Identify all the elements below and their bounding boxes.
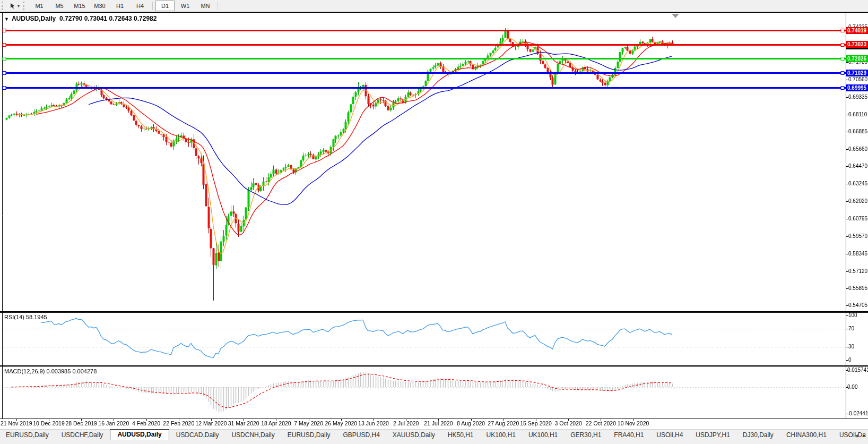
tab-scroll-left-icon[interactable]: ◂	[855, 432, 858, 439]
toolbar-grip[interactable]	[2, 2, 6, 10]
chart-header: ▼AUDUSD,Daily 0.72790 0.73041 0.72643 0.…	[4, 15, 157, 22]
timeframe-group: M1M5M15M30H1H4D1W1MN	[29, 1, 220, 11]
symbol-tab-fra40-12[interactable]: FRA40,H1	[608, 430, 649, 440]
price-tick-label: 0.66885	[848, 129, 868, 135]
symbol-tab-eurusd-5[interactable]: EURUSD,Daily	[282, 430, 336, 440]
date-tick-label: 12 Mar 2020	[196, 420, 227, 427]
timeframe-button-m15[interactable]: M15	[70, 1, 89, 11]
macd-tick-label: -0.024412	[847, 411, 867, 417]
date-tick-label: 13 Jun 2020	[358, 420, 389, 427]
date-tick-label: 7 May 2020	[294, 420, 323, 427]
hline-price-badge: 0.72026	[846, 55, 868, 62]
symbol-tab-ger30-11[interactable]: GER30,H1	[565, 430, 607, 440]
symbol-tab-usdcnh-4[interactable]: USDCNH,Daily	[225, 430, 280, 440]
price-tick-label: 0.65660	[848, 146, 868, 152]
date-tick-label: 3 Oct 2020	[555, 420, 582, 427]
price-tick-label: 0.54705	[848, 302, 868, 309]
ohlc-values: 0.72790 0.73041 0.72643 0.72982	[59, 15, 157, 22]
toolbar-separator	[152, 2, 153, 10]
symbol-tab-audusd-2[interactable]: AUDUSD,Daily	[110, 429, 169, 440]
scroll-to-end-marker[interactable]	[672, 14, 679, 18]
rsi-tick-label: 100	[848, 312, 868, 319]
date-tick-label: 27 Aug 2020	[488, 420, 519, 427]
date-tick-label: 22 Oct 2020	[586, 420, 616, 427]
application-window: ▾ M1M5M15M30H1H4D1W1MN ▼AUDUSD,Daily 0.7…	[0, 0, 868, 444]
date-tick-label: 8 Aug 2020	[457, 420, 485, 427]
date-tick-label: 31 Mar 2020	[228, 420, 259, 427]
toolbar-separator	[218, 2, 218, 10]
symbol-title: AUDUSD,Daily	[12, 15, 56, 22]
price-tick-label: 0.68110	[848, 112, 868, 118]
collapse-indicator-icon[interactable]: ▼	[4, 16, 9, 22]
timeframe-button-d1[interactable]: D1	[155, 1, 175, 11]
date-tick-label: 15 Sep 2020	[520, 420, 552, 427]
macd-tick-label: 0.00	[847, 384, 867, 390]
toolbar-grip[interactable]	[23, 2, 27, 10]
price-tick-label: 0.64470	[848, 163, 868, 169]
rsi-label: RSI(14) 58.1945	[4, 314, 47, 320]
chevron-down-icon: ▾	[18, 4, 20, 8]
timeframe-button-mn[interactable]: MN	[196, 1, 215, 11]
price-tick-label: 0.58345	[848, 251, 868, 257]
symbol-tab-usdcad-3[interactable]: USDCAD,Daily	[170, 430, 225, 440]
symbol-tab-usdjpy-14[interactable]: USDJPY,H1	[690, 430, 735, 440]
price-tick-label: 0.70560	[848, 76, 868, 83]
date-tick-label: 16 Jan 2020	[98, 420, 129, 427]
symbol-tab-hk50-8[interactable]: HK50,H1	[442, 430, 480, 440]
date-tick-label: 10 Dec 2019	[33, 420, 65, 427]
symbol-tab-usdchf-1[interactable]: USDCHF,Daily	[56, 430, 109, 440]
price-tick-label: 0.69335	[848, 94, 868, 100]
symbol-tab-uk100-10[interactable]: UK100,H1	[523, 430, 563, 440]
price-tick-label: 0.62020	[848, 198, 868, 204]
hline-price-badge: 0.73023	[846, 41, 868, 48]
symbol-tab-bar: EURUSD,DailyUSDCHF,DailyAUDUSD,DailyUSDC…	[0, 429, 868, 440]
price-tick-label: 0.57120	[848, 268, 868, 275]
macd-tick-label: 0.015741	[847, 367, 867, 373]
macd-label: MACD(12,26,9) 0.003985 0.004278	[4, 368, 97, 374]
tab-scroll-right-icon[interactable]: ▸	[863, 432, 865, 439]
symbol-tab-gbpusd-6[interactable]: GBPUSD,H4	[337, 430, 385, 440]
symbol-tab-usoil-13[interactable]: USOil,H4	[650, 430, 689, 440]
cursor-tool-button[interactable]: ▾	[8, 1, 21, 11]
date-tick-label: 26 May 2020	[325, 420, 357, 427]
timeframe-button-h1[interactable]: H1	[110, 1, 129, 11]
symbol-tab-eurusd-0[interactable]: EURUSD,Daily	[0, 430, 55, 440]
symbol-tab-dj30-15[interactable]: DJ30,Daily	[737, 430, 779, 440]
chart-canvas[interactable]	[0, 0, 868, 444]
date-tick-label: 2 Jul 2020	[393, 420, 419, 427]
price-tick-label: 0.55895	[848, 285, 868, 292]
cursor-icon	[10, 3, 16, 10]
price-tick-label: 0.60795	[848, 216, 868, 222]
timeframe-button-h4[interactable]: H4	[131, 1, 150, 11]
status-strip	[0, 440, 868, 444]
rsi-tick-label: 70	[848, 326, 868, 332]
symbol-tab-uk100-9[interactable]: UK100,H1	[481, 430, 522, 440]
price-tick-label: 0.63245	[848, 181, 868, 187]
hline-price-badge: 0.69995	[846, 84, 868, 91]
timeframe-button-m1[interactable]: M1	[30, 1, 49, 11]
price-tick-label: 0.59570	[848, 233, 868, 240]
date-tick-label: 18 Apr 2020	[261, 420, 291, 427]
date-tick-label: 22 Feb 2020	[163, 420, 194, 427]
rsi-tick-label: 30	[848, 344, 868, 350]
timeframe-button-w1[interactable]: W1	[176, 1, 195, 11]
symbol-tab-xauusd-7[interactable]: XAUUSD,Daily	[387, 430, 441, 440]
hline-price-badge: 0.71029	[846, 70, 868, 76]
top-toolbar: ▾ M1M5M15M30H1H4D1W1MN	[0, 0, 868, 12]
timeframe-button-m5[interactable]: M5	[50, 1, 69, 11]
rsi-tick-label: 0	[848, 357, 868, 363]
date-tick-label: 4 Feb 2020	[132, 420, 160, 427]
date-tick-label: 10 Nov 2020	[618, 420, 649, 427]
hline-price-badge: 0.74019	[846, 27, 868, 34]
symbol-tab-china300-16[interactable]: CHINA300,H1	[780, 430, 832, 440]
date-tick-label: 21 Jul 2020	[424, 420, 453, 427]
timeframe-button-m30[interactable]: M30	[90, 1, 109, 11]
date-tick-label: 21 Nov 2019	[1, 420, 32, 427]
date-tick-label: 28 Dec 2019	[65, 420, 97, 427]
